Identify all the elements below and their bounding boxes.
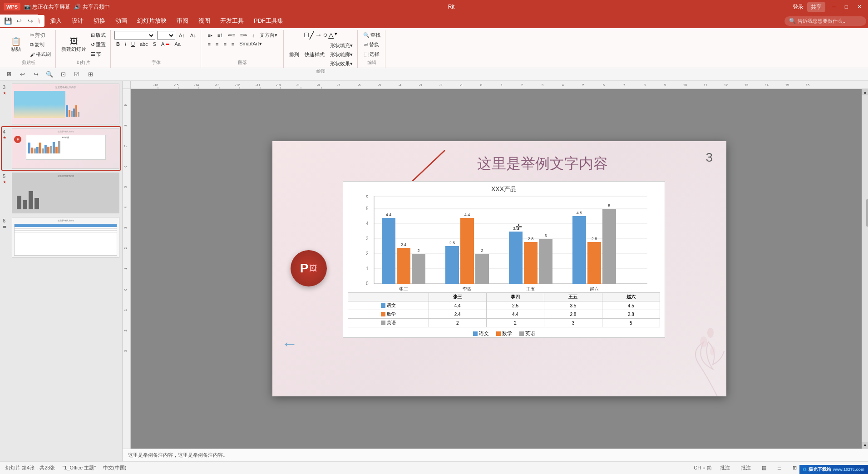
shapes-more-button[interactable]: ▾ [335, 31, 337, 40]
shape-fill-button[interactable]: 形状填充▾ [328, 41, 355, 50]
scroll-up-button[interactable]: ▲ [862, 89, 868, 95]
vertical-scrollbar[interactable]: ▲ ▼ [862, 89, 868, 449]
scroll-down-button[interactable]: ▼ [862, 442, 868, 449]
svg-rect-95 [602, 209, 616, 284]
shapes-row: □ ╱ → ○ △ ▾ [304, 31, 337, 40]
menu-view[interactable]: 视图 [194, 15, 215, 27]
quickstyle-button[interactable]: 快速样式 [303, 41, 326, 68]
italic-button[interactable]: I [123, 40, 128, 48]
menu-transition[interactable]: 切换 [89, 15, 110, 27]
rectangle-shape[interactable]: □ [304, 31, 309, 40]
shape-outline-button[interactable]: 形状轮廓▾ [328, 50, 355, 59]
menu-slideshow[interactable]: 幻灯片放映 [133, 15, 171, 27]
font-family-select[interactable] [114, 31, 155, 40]
login-button[interactable]: 登录 [793, 3, 804, 11]
align-right-button[interactable]: ≡ [222, 40, 228, 48]
menu-developer[interactable]: 开发工具 [216, 15, 248, 27]
save-button[interactable]: 💾 [3, 16, 13, 26]
slide-item-6[interactable]: 6☰ 这里是举例文字内容 [2, 216, 120, 259]
view-normal-status[interactable]: ▦ [759, 464, 769, 472]
replace-icon: ⇌ [364, 42, 368, 48]
number-list-button[interactable]: ≡1 [216, 31, 225, 40]
select-button[interactable]: ⬚选择 [362, 50, 381, 59]
strikethrough-button[interactable]: abc [138, 40, 150, 48]
svg-text:5: 5 [608, 203, 610, 208]
reset-button[interactable]: ↺重置 [89, 40, 108, 49]
search-box[interactable]: 🔍 告诉我您想要做什么... [784, 16, 866, 26]
view-sort-status[interactable]: ⊞ [790, 464, 799, 472]
arrow-shape[interactable]: → [315, 31, 322, 40]
minimize-button[interactable]: ─ [829, 3, 838, 11]
increase-font-button[interactable]: A↑ [177, 32, 187, 39]
circle-shape[interactable]: ○ [323, 31, 328, 40]
section-button[interactable]: ☰节· [89, 50, 108, 59]
slide-canvas[interactable]: 这里是举例文字内容 3 P 🖼 ← [131, 89, 868, 449]
restore-button[interactable]: □ [842, 3, 851, 11]
align-left-button[interactable]: ≡ [206, 40, 212, 48]
indent-increase-button[interactable]: ≡⇒ [238, 31, 249, 40]
svg-text:5: 5 [366, 206, 369, 211]
line-spacing-button[interactable]: ↕ [250, 31, 256, 40]
svg-text:2.8: 2.8 [592, 237, 597, 241]
scroll-thumb[interactable] [866, 199, 868, 227]
view-normal-icon[interactable]: 🖥 [4, 69, 14, 79]
menu-review[interactable]: 审阅 [172, 15, 193, 27]
copy-button[interactable]: ⧉复制 [28, 40, 53, 49]
search-placeholder: 告诉我您想要做什么... [798, 18, 847, 25]
smartart-button[interactable]: SmartArt▾ [237, 40, 263, 48]
align-center-button[interactable]: ≡ [214, 40, 220, 48]
font-size-select[interactable] [157, 31, 175, 40]
underline-button[interactable]: U [129, 40, 137, 48]
layout-icon: ⊞ [91, 32, 95, 38]
shadow-button[interactable]: S [151, 40, 158, 48]
note-button[interactable]: 批注 [738, 464, 754, 472]
slide-item-4[interactable]: 4★ 这里是举例文字内容 XXX产品 [2, 127, 120, 170]
decrease-font-button[interactable]: A↓ [188, 32, 198, 39]
slide-item-5[interactable]: 5★ 这里是举例文字内容 [2, 172, 120, 214]
menu-animation[interactable]: 动画 [111, 15, 132, 27]
text-direction-button[interactable]: 文方向▾ [258, 31, 279, 40]
svg-text:0: 0 [480, 84, 482, 87]
view-btn-2[interactable]: ⊞ [85, 69, 95, 79]
menu-insert[interactable]: 插入 [45, 15, 66, 27]
menu-design[interactable]: 设计 [67, 15, 88, 27]
triangle-shape[interactable]: △ [328, 31, 334, 40]
justify-button[interactable]: ≡ [230, 40, 236, 48]
indent-decrease-button[interactable]: ⇐≡ [226, 31, 237, 40]
svg-text:4.4: 4.4 [386, 212, 392, 217]
comment-button[interactable]: 批注 [717, 464, 733, 472]
svg-text:6: 6 [603, 84, 605, 87]
svg-text:9: 9 [664, 84, 666, 87]
bullet-list-button[interactable]: ≡• [206, 31, 214, 40]
undo-view-button[interactable]: ↩ [17, 69, 27, 79]
redo-view-button[interactable]: ↪ [31, 69, 41, 79]
share-button[interactable]: 共享 [807, 2, 825, 12]
close-button[interactable]: ✕ [854, 3, 864, 11]
ruler-row: -16 -15 -14 -13 -12 -11 -10 -9 -8 -7 -6 … [123, 81, 868, 89]
replace-button[interactable]: ⇌替换 [362, 40, 381, 49]
new-slide-button[interactable]: 🖼 新建幻灯片 [59, 36, 88, 54]
cut-icon: ✂ [30, 32, 34, 38]
chart-legend: 语文 数学 英语 [343, 330, 665, 337]
redo-button[interactable]: ↪ [25, 16, 35, 26]
paste-button[interactable]: 📋 粘贴 [5, 36, 27, 54]
undo-button[interactable]: ↩ [14, 16, 24, 26]
slide-item-3[interactable]: 3★ 这里是举例文字内容 [2, 83, 120, 125]
shape-effect-button[interactable]: 形状效果▾ [328, 59, 355, 68]
svg-text:-3: -3 [419, 84, 422, 87]
font-size-large-button[interactable]: Aa [173, 40, 182, 48]
bold-button[interactable]: B [114, 40, 122, 48]
zoom-button[interactable]: 🔍 [44, 69, 54, 79]
format-painter-button[interactable]: 🖌格式刷 [28, 50, 53, 59]
font-color-button[interactable]: A [159, 40, 171, 48]
find-button[interactable]: 🔍查找 [361, 31, 382, 40]
line-shape[interactable]: ╱ [310, 31, 314, 40]
layout-button[interactable]: ⊞版式 [89, 31, 108, 40]
fit-page-button[interactable]: ⊡ [58, 69, 68, 79]
arrange-button[interactable]: 排列 [287, 41, 301, 68]
view-btn-1[interactable]: ☑ [72, 69, 82, 79]
cut-button[interactable]: ✂剪切 [28, 31, 53, 40]
view-outline-status[interactable]: ☰ [774, 464, 784, 472]
menu-pdf[interactable]: PDF工具集 [249, 15, 288, 27]
file-title: Rit [448, 4, 455, 10]
